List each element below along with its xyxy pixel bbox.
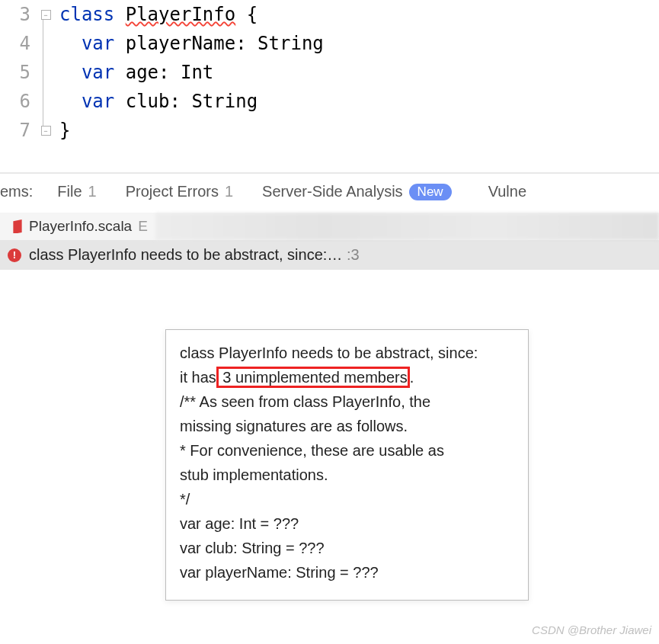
tooltip-line: /** As seen from class PlayerInfo, the (180, 389, 514, 414)
keyword-var: var (82, 62, 114, 83)
fold-gutter[interactable]: − (38, 116, 53, 145)
tooltip-line: class PlayerInfo needs to be abstract, s… (180, 341, 514, 365)
error-squiggly[interactable]: PlayerInfo (126, 4, 236, 25)
watermark: CSDN @Brother Jiawei (532, 623, 651, 636)
line-number: 6 (0, 87, 38, 116)
tab-label: File (57, 183, 82, 200)
fold-gutter[interactable]: − (38, 0, 53, 29)
code-text[interactable]: var age: Int (53, 58, 213, 87)
line-number: 3 (0, 0, 38, 29)
code-text[interactable]: var club: String (53, 87, 258, 116)
blurred-region (155, 213, 659, 240)
line-number: 5 (0, 58, 38, 87)
error-message: class PlayerInfo needs to be abstract, s… (29, 246, 360, 264)
fold-open-icon[interactable]: − (41, 10, 51, 20)
tooltip-line: var age: Int = ??? (180, 511, 514, 536)
tooltip-line: stub implementations. (180, 463, 514, 487)
tab-label: Server-Side Analysis (262, 183, 403, 200)
tab-label: Vulne (488, 183, 526, 200)
file-name: PlayerInfo.scala (29, 218, 132, 235)
file-tab-bar: PlayerInfo.scala E (0, 213, 659, 240)
file-tab[interactable]: PlayerInfo.scala E (3, 213, 155, 239)
code-text[interactable]: class PlayerInfo { (53, 0, 258, 29)
tab-count: 1 (88, 183, 97, 200)
tab-project-errors[interactable]: Project Errors 1 (121, 180, 238, 203)
error-tooltip: class PlayerInfo needs to be abstract, s… (165, 329, 529, 601)
tab-count: 1 (225, 183, 233, 200)
tooltip-line: var playerName: String = ??? (180, 560, 514, 585)
keyword-class: class (59, 4, 114, 25)
keyword-var: var (82, 33, 114, 54)
tab-vulnerabilities[interactable]: Vulne (484, 180, 531, 203)
new-badge: New (409, 184, 452, 200)
tooltip-line: * For convenience, these are usable as (180, 438, 514, 463)
error-location: :3 (347, 246, 360, 263)
keyword-var: var (82, 91, 114, 112)
file-extra: E (138, 218, 148, 235)
error-icon: ! (8, 248, 21, 262)
tooltip-line: */ (180, 487, 514, 511)
fold-close-icon[interactable]: − (41, 126, 51, 136)
tab-label: Project Errors (126, 183, 219, 200)
tab-server-side[interactable]: Server-Side Analysis New (258, 180, 456, 203)
problems-tabs: ems: File 1 Project Errors 1 Server-Side… (0, 174, 659, 213)
tab-file[interactable]: File 1 (53, 180, 101, 203)
tooltip-line: missing signatures are as follows. (180, 414, 514, 438)
fold-gutter (38, 87, 53, 116)
fold-gutter (38, 29, 53, 58)
tooltip-line: var club: String = ??? (180, 536, 514, 560)
highlight-annotation: 3 unimplemented members (216, 367, 410, 388)
scala-file-icon (11, 219, 24, 233)
code-editor[interactable]: 3 − class PlayerInfo { 4 var playerName:… (0, 0, 659, 145)
fold-gutter (38, 58, 53, 87)
error-item[interactable]: ! class PlayerInfo needs to be abstract,… (0, 240, 659, 270)
problems-label: ems: (0, 183, 33, 200)
code-text[interactable]: } (53, 116, 70, 145)
line-number: 7 (0, 116, 38, 145)
line-number: 4 (0, 29, 38, 58)
code-text[interactable]: var playerName: String (53, 29, 324, 58)
tooltip-line: it has 3 unimplemented members. (180, 365, 514, 389)
